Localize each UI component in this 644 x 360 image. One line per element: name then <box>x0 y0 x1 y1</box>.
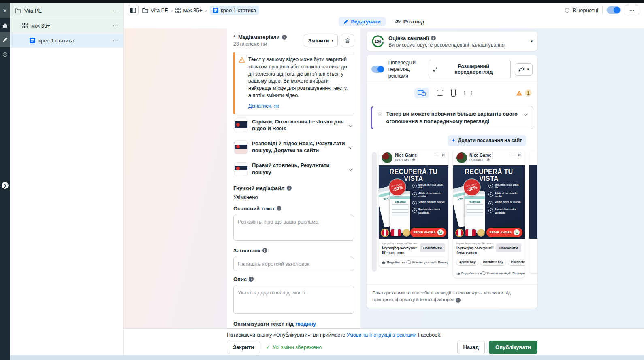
tree-item-adset[interactable]: м/ж 35+ ⋯ <box>10 18 123 33</box>
history-button[interactable] <box>0 47 10 61</box>
placement-group-stories[interactable]: Розповіді й відео Reels, Результати пошу… <box>233 136 354 158</box>
like-icon <box>382 260 386 264</box>
benefit-list: Mejora la vista cada día Alivia el cansa… <box>488 183 522 217</box>
ads-manager-screen: ✕ ❯ Vita PE ⋯ м/ж 35+ ⋯ <box>0 0 644 360</box>
comment-icon <box>407 260 411 264</box>
preview-variants-banner[interactable]: ☆ Тепер ви можете побачити більше варіан… <box>371 106 533 129</box>
tab-review[interactable]: Розгляд <box>390 17 429 26</box>
format-square[interactable] <box>437 90 443 96</box>
analytics-button[interactable] <box>0 18 10 32</box>
pencil-icon <box>3 37 8 42</box>
placement-group-right-column[interactable]: Правий стовпець, Результати пошуку <box>233 158 354 180</box>
tab-edit[interactable]: Редагувати <box>339 17 386 26</box>
trash-icon <box>345 38 350 43</box>
back-button[interactable]: Назад <box>457 341 485 354</box>
breadcrumb-ad-current[interactable]: крео 1 статика <box>210 6 260 15</box>
ad-extension-chips: Aplicar hoy Inscríbete hoy Inscríbete <box>453 258 525 269</box>
screens-icon <box>418 90 426 96</box>
format-vertical[interactable] <box>451 89 456 97</box>
pedir-ahora-button: PEDIR AHORA <box>410 228 446 237</box>
close-icon[interactable]: ✕ <box>441 152 445 158</box>
format-landscape[interactable] <box>464 91 472 95</box>
delete-media-button[interactable] <box>341 34 354 47</box>
info-icon: i <box>277 206 281 211</box>
like-action: Подобається <box>456 271 482 275</box>
breadcrumb-separator: › <box>171 7 173 13</box>
share-icon <box>433 260 437 264</box>
info-icon: i <box>431 36 436 40</box>
placement-group-feeds[interactable]: Стрічки, Оголошення In-stream для відео … <box>233 114 354 136</box>
grid-icon <box>175 8 181 13</box>
info-icon: i <box>282 35 287 40</box>
ad-status-toggle[interactable] <box>607 6 621 14</box>
primary-text-input[interactable] <box>233 215 354 241</box>
page-name: Nice Game <box>469 152 508 157</box>
chevron-down-icon <box>349 145 353 149</box>
more-options-button[interactable]: ⋯ <box>625 5 639 15</box>
breadcrumb: Vita PE › м/ж 35+ › крео 1 статика <box>142 6 259 15</box>
sidebar-toggle-button[interactable] <box>128 5 139 15</box>
globe-icon <box>487 158 490 161</box>
chip: Aplicar hoy <box>456 258 478 265</box>
campaign-score-card[interactable]: 100 Оцінка кампаніїi Ви використовуєте р… <box>367 32 537 51</box>
clock-icon <box>2 52 8 57</box>
changes-saved-status: ✓ Усі зміни збережено <box>266 344 322 350</box>
benefit-icon <box>412 192 417 197</box>
expand-panel-handle[interactable]: ❯ <box>2 182 9 189</box>
share-preview-button[interactable]: ▾ <box>515 63 533 76</box>
creative-headline: RECUPERÁ TU VISTA <box>379 165 448 182</box>
benefit-icon <box>488 192 493 197</box>
divider <box>602 6 603 14</box>
caret-down-icon[interactable]: ▾ <box>531 39 533 43</box>
close-button[interactable]: Закрити <box>227 341 260 354</box>
more-options-icon[interactable]: ⋯ <box>113 23 118 29</box>
cart-icon <box>515 230 519 234</box>
share-icon <box>507 271 511 275</box>
optimize-text-field: Оптимізувати текст під людину Увімкнено <box>233 321 354 329</box>
headline-input[interactable] <box>233 257 354 271</box>
score-ring: 100 <box>371 35 384 48</box>
benefit-icon <box>412 201 417 205</box>
breadcrumb-campaign[interactable]: Vita PE <box>142 7 168 13</box>
edit-tool-button[interactable] <box>0 32 10 47</box>
ad-domain: lcyrwqbq.saveyourlifecare.com <box>382 241 418 245</box>
main-area: Vita PE › м/ж 35+ › крео 1 статика В чер… <box>124 3 644 355</box>
caret-down-icon: ▾ <box>331 38 333 42</box>
tree-item-campaign[interactable]: Vita PE ⋯ <box>10 3 123 18</box>
learn-how-link[interactable]: Дізнатися, як <box>248 103 279 109</box>
add-site-link-button[interactable]: ✦ Додати посилання на сайт <box>448 135 526 146</box>
tree-item-ad-selected[interactable]: крео 1 статика ⋯ <box>10 33 123 48</box>
bottom-strip <box>10 355 644 360</box>
flexible-media-status: Увімкнено <box>233 194 354 200</box>
page-name: Nice Game <box>395 152 432 157</box>
more-options-icon[interactable]: ⋯ <box>113 8 118 14</box>
preview-disclaimer: Показ реклами та способи взаємодії з нею… <box>367 284 537 308</box>
preview-warnings[interactable]: 1 <box>516 89 532 96</box>
more-icon[interactable]: ⋯ <box>434 152 439 158</box>
benefit-icon <box>412 184 417 188</box>
left-icon-rail: ✕ ❯ <box>0 3 10 360</box>
close-panel-button[interactable]: ✕ <box>0 3 10 18</box>
avatar <box>456 152 467 163</box>
more-icon[interactable]: ⋯ <box>510 152 515 158</box>
preview-toggle[interactable] <box>371 66 384 73</box>
description-input[interactable] <box>233 286 354 314</box>
bar-chart-icon <box>2 23 8 28</box>
terms-link[interactable]: Умови та Інструкції з реклами <box>347 332 416 338</box>
gold-badge <box>403 229 410 237</box>
description-field: Описi <box>233 276 354 316</box>
close-icon[interactable]: ✕ <box>518 152 521 158</box>
breadcrumb-adset[interactable]: м/ж 35+ <box>175 7 202 13</box>
draft-status-label: В чернетці <box>572 7 598 13</box>
expanded-preview-button[interactable]: Розширений передперегляд <box>429 60 511 78</box>
creative-headline: RECUPERÁ TU VISTA <box>453 165 525 182</box>
optimize-person-link[interactable]: людину <box>296 321 316 327</box>
format-desktop-mobile-active[interactable] <box>414 88 429 98</box>
score-subtitle: Ви використовуєте рекомендовані налаштув… <box>388 42 527 48</box>
change-media-button[interactable]: Змінити ▾ <box>304 34 338 47</box>
avatar <box>382 152 392 163</box>
more-options-icon[interactable]: ⋯ <box>113 38 118 44</box>
publish-button[interactable]: Опублікувати <box>489 341 537 354</box>
banner-text: Тепер ви можете побачити більше варіанті… <box>386 110 520 125</box>
campaign-tree-panel: Vita PE ⋯ м/ж 35+ ⋯ крео 1 статика ⋯ <box>10 3 124 355</box>
